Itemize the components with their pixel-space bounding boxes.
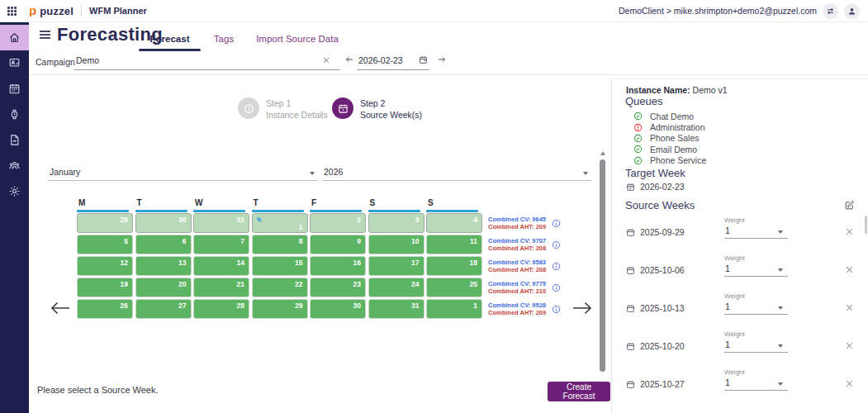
calendar-day-cell[interactable]: 14 (193, 256, 249, 276)
sidebar-item-calendar[interactable] (0, 76, 29, 102)
weight-select[interactable]: 1 (724, 225, 788, 239)
weight-select[interactable]: 1 (724, 301, 788, 315)
calendar-day-cell[interactable]: 7 (193, 235, 249, 254)
calendar-day-cell[interactable]: 13 (135, 256, 192, 276)
calendar-day-cell[interactable]: 28 (193, 299, 249, 319)
combined-aht: Combined AHT: 210 (488, 287, 548, 296)
day-number: 26 (121, 301, 128, 310)
day-number: 10 (411, 237, 419, 245)
calendar-day-cell[interactable]: 19 (77, 278, 133, 297)
sidebar-item-home[interactable] (0, 25, 29, 50)
calendar-day-cell[interactable]: 15 (252, 256, 308, 276)
calendar-day-cell[interactable]: 12 (77, 256, 133, 276)
calendar-day-cell[interactable]: 3 (368, 213, 425, 233)
calendar-day-cell[interactable]: 6 (135, 235, 192, 254)
day-number: 1 (299, 223, 303, 231)
calendar-icon (338, 103, 349, 114)
calendar-day-cell[interactable]: 22 (252, 278, 308, 297)
remove-source-week-button[interactable] (845, 303, 854, 312)
tab-tags[interactable]: Tags (201, 31, 247, 47)
day-header-letter: T (254, 198, 308, 207)
previous-month-arrow[interactable] (50, 301, 70, 316)
calendar-day-cell[interactable]: 29 (77, 213, 133, 233)
remove-source-week-button[interactable] (845, 379, 854, 388)
user-avatar-icon[interactable] (844, 3, 860, 19)
calendar-day-cell[interactable]: 26 (77, 299, 133, 319)
tab-import-source-data[interactable]: Import Source Data (247, 31, 348, 47)
calendar-day-cell[interactable]: 29 (252, 299, 308, 319)
calendar-day-cell[interactable]: 11 (426, 235, 482, 254)
chevron-down-icon (778, 306, 783, 310)
day-number: 17 (411, 259, 419, 267)
weight-select[interactable]: 1 (724, 377, 788, 391)
panel-scrollbar-thumb[interactable] (865, 216, 867, 234)
info-icon[interactable] (552, 240, 561, 249)
calendar-day-cell[interactable]: 30 (310, 299, 366, 319)
calendar-day-cell[interactable]: 5 (77, 235, 133, 254)
app-grid-icon[interactable] (7, 6, 17, 17)
source-week-date-row: 2025-10-20 (626, 341, 685, 351)
edit-source-weeks-icon[interactable] (844, 200, 855, 211)
sidebar-item-people[interactable] (0, 153, 29, 178)
menu-icon[interactable] (40, 31, 50, 41)
year-select[interactable]: 2026 (322, 165, 591, 181)
calendar-day-cell[interactable]: 1 (252, 213, 308, 233)
people-icon (8, 159, 21, 172)
week-days: 5 6 7 8 9 10 11 (77, 235, 482, 254)
sidebar-item-time[interactable] (0, 102, 29, 127)
tag-icon (256, 216, 263, 223)
day-header-letter: S (370, 198, 425, 207)
campaign-input[interactable]: Demo (74, 50, 340, 70)
scrollbar-thumb[interactable] (600, 159, 605, 372)
calendar-day-cell[interactable]: 21 (193, 278, 249, 297)
weight-select[interactable]: 1 (724, 339, 788, 353)
previous-week-arrow[interactable] (344, 55, 355, 64)
tab-forecast[interactable]: Forecast (139, 31, 201, 47)
calendar-day-cell[interactable]: 31 (368, 299, 425, 319)
calendar-icon[interactable] (419, 55, 428, 64)
info-icon[interactable] (552, 219, 561, 228)
calendar-day-cell[interactable]: 4 (426, 213, 482, 233)
calendar-day-cell[interactable]: 31 (193, 213, 249, 233)
calendar-day-cell[interactable]: 18 (426, 256, 482, 276)
calendar-day-cell[interactable]: 8 (252, 235, 308, 254)
step2-circle (332, 97, 353, 119)
calendar-day-cell[interactable]: 17 (368, 256, 425, 276)
source-week-item: Weight 2025-09-29 1 (612, 214, 868, 252)
calendar-day-cell[interactable]: 24 (368, 278, 425, 297)
calendar-day-cell[interactable]: 9 (310, 235, 366, 254)
next-month-arrow[interactable] (572, 301, 592, 316)
switch-account-icon[interactable] (823, 3, 838, 19)
calendar-day-cell[interactable]: 16 (310, 256, 366, 276)
sidebar-item-agent-chat[interactable] (0, 50, 29, 76)
weight-select[interactable]: 1 (724, 263, 788, 277)
info-icon[interactable] (552, 283, 561, 292)
month-select[interactable]: January (48, 165, 318, 181)
day-number: 16 (353, 259, 361, 267)
day-number: 15 (295, 259, 302, 267)
day-number: 21 (237, 280, 244, 288)
queue-label: Phone Service (650, 155, 706, 165)
create-forecast-button[interactable]: Create Forecast (548, 382, 610, 401)
next-week-arrow[interactable] (436, 55, 448, 64)
sidebar-item-reports[interactable] (0, 127, 29, 153)
clear-campaign-icon[interactable] (322, 56, 330, 64)
calendar-day-cell[interactable]: 10 (368, 235, 425, 254)
day-number: 5 (124, 237, 128, 245)
info-icon[interactable] (552, 262, 561, 271)
calendar-day-cell[interactable]: 20 (135, 278, 192, 297)
target-week-date-picker[interactable]: 2026-02-23 (357, 50, 429, 70)
combined-cv: Combined CV: 9775 (488, 280, 548, 288)
calendar-day-cell[interactable]: 1 (426, 299, 482, 319)
calendar-day-cell[interactable]: 25 (426, 278, 482, 297)
calendar-day-cell[interactable]: 2 (310, 213, 366, 233)
calendar-day-cell[interactable]: 27 (135, 299, 192, 319)
info-icon[interactable] (552, 305, 561, 314)
scrollbar-up-arrow[interactable] (600, 151, 605, 155)
remove-source-week-button[interactable] (845, 341, 854, 350)
sidebar-item-settings[interactable] (0, 178, 29, 204)
remove-source-week-button[interactable] (845, 227, 854, 236)
calendar-day-cell[interactable]: 23 (310, 278, 366, 297)
remove-source-week-button[interactable] (845, 265, 854, 274)
calendar-day-cell[interactable]: 30 (135, 213, 192, 233)
